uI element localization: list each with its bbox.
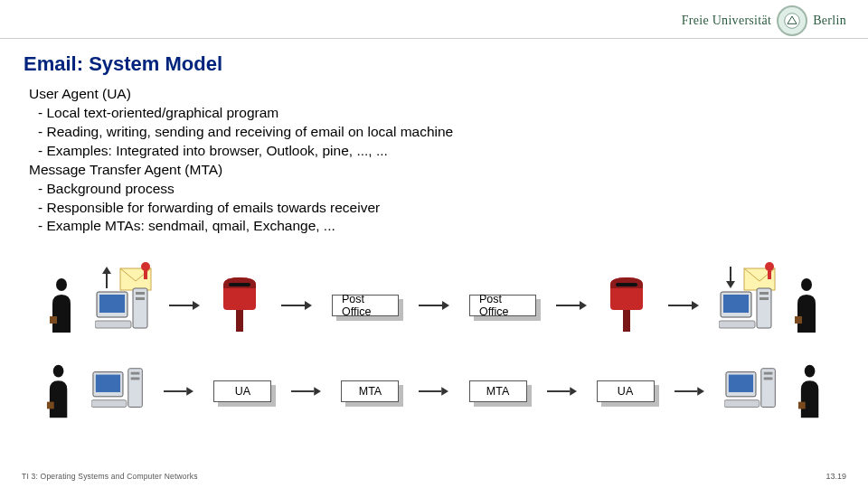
arrow-right-icon — [291, 385, 321, 398]
computer-icon — [719, 286, 773, 337]
seal-icon — [777, 5, 807, 36]
arrow-right-icon — [556, 299, 587, 312]
mailbox-icon — [220, 277, 261, 333]
post-office-label: Post Office — [479, 293, 526, 318]
arrow-right-icon — [675, 385, 704, 398]
mailbox-icon — [607, 277, 648, 333]
diagram-bottom-row: UA MTA MTA UA — [45, 360, 823, 423]
arrow-right-icon — [281, 299, 312, 312]
ua-box-2: UA — [597, 380, 655, 402]
down-arrow-icon — [724, 267, 737, 288]
mta-bullet-3: Example MTAs: sendmail, qmail, Exchange,… — [29, 217, 839, 236]
ua-bullet-3: Examples: Integrated into browser, Outlo… — [29, 142, 839, 161]
receiver-ua-icon — [719, 274, 773, 337]
arrow-right-icon — [547, 385, 577, 398]
mta-heading: Message Transfer Agent (MTA) — [29, 161, 839, 180]
mta-label: MTA — [359, 385, 382, 398]
header-rule — [0, 38, 868, 39]
post-office-box-1: Post Office — [332, 295, 399, 316]
sender-ua-icon — [95, 274, 149, 337]
ua-bullet-2: Reading, writing, sending and receiving … — [29, 123, 839, 142]
arrow-right-icon — [169, 299, 200, 312]
arrow-right-icon — [419, 299, 449, 312]
mta-label: MTA — [486, 385, 509, 398]
logo-text-sub: Berlin — [813, 14, 846, 28]
footer-left: TI 3: Operating Systems and Computer Net… — [22, 472, 198, 481]
computer-icon — [91, 366, 144, 417]
footer-right: 13.19 — [826, 472, 846, 481]
arrow-right-icon — [668, 299, 699, 312]
post-office-box-2: Post Office — [469, 295, 536, 316]
body-text: User Agent (UA) Local text-oriented/grap… — [29, 85, 839, 236]
university-logo: Freie Universität Berlin — [682, 5, 846, 36]
computer-icon — [724, 366, 777, 417]
person-sender-icon — [45, 362, 71, 420]
mta-box-2: MTA — [469, 380, 527, 402]
ua-box-1: UA — [213, 380, 271, 402]
mta-bullet-1: Background process — [29, 180, 839, 199]
arrow-right-icon — [419, 385, 448, 398]
post-office-label: Post Office — [342, 293, 389, 318]
arrow-right-icon — [164, 385, 193, 398]
person-receiver-icon — [793, 277, 820, 334]
person-sender-icon — [48, 277, 75, 334]
ua-bullet-1: Local text-oriented/graphical program — [29, 104, 839, 123]
ua-label: UA — [235, 385, 250, 398]
mta-box-1: MTA — [341, 380, 399, 402]
slide-title: Email: System Model — [24, 52, 222, 76]
slide: Freie Universität Berlin Email: System M… — [0, 0, 868, 488]
diagram-top-row: Post Office Post Office — [45, 264, 823, 347]
logo-text-main: Freie Universität — [682, 14, 772, 28]
computer-icon — [95, 286, 149, 337]
up-arrow-icon — [100, 267, 113, 288]
diagram: Post Office Post Office — [45, 264, 823, 436]
mta-bullet-2: Responsible for forwarding of emails tow… — [29, 199, 839, 218]
ua-heading: User Agent (UA) — [29, 85, 839, 104]
person-receiver-icon — [797, 362, 823, 420]
ua-label: UA — [618, 385, 633, 398]
